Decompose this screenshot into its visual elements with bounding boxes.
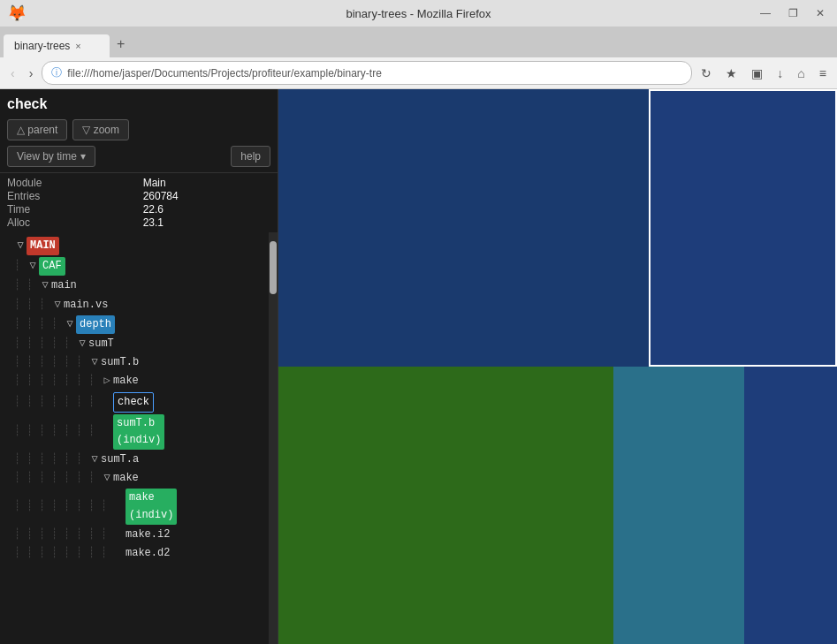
- treemap-panel: [278, 89, 837, 644]
- toggle-sumtb[interactable]: ▽: [88, 354, 101, 371]
- tree-node-sumtb-indiv[interactable]: ┊ ┊ ┊ ┊ ┊ ┊ ┊ sumT.b(indiv): [0, 413, 269, 451]
- reload-button[interactable]: ↻: [696, 63, 717, 84]
- label-mainvs[interactable]: main.vs: [64, 297, 108, 314]
- tab-close-button[interactable]: ×: [75, 41, 80, 51]
- view-by-button[interactable]: View by time ▾: [7, 146, 95, 167]
- tree-node-depth[interactable]: ┊ ┊ ┊ ┊ ▽ depth: [0, 314, 269, 335]
- main-content: check △ parent ▽ zoom View by time ▾ hel…: [0, 89, 837, 644]
- tree-node-make-indiv[interactable]: ┊ ┊ ┊ ┊ ┊ ┊ ┊ ┊ make(indiv): [0, 488, 269, 525]
- treemap-cell-top-right[interactable]: [649, 89, 837, 367]
- button-row-1: △ parent ▽ zoom: [7, 119, 270, 140]
- alloc-label: Alloc: [7, 216, 134, 229]
- label-make[interactable]: make: [113, 373, 139, 390]
- toggle-caf[interactable]: ▽: [27, 258, 39, 275]
- time-value: 22.6: [143, 203, 270, 216]
- time-label: Time: [7, 203, 134, 216]
- nav-bar: ‹ › ⓘ file:///home/jasper/Documents/Proj…: [0, 57, 837, 89]
- new-tab-button[interactable]: +: [110, 31, 132, 57]
- firefox-icon: 🦊: [7, 4, 27, 23]
- tree-node-sumtb[interactable]: ┊ ┊ ┊ ┊ ┊ ┊ ▽ sumT.b: [0, 353, 269, 372]
- tree-area: ▽ MAIN ┊ ▽ CAF ┊ ┊ ▽ main: [0, 232, 278, 644]
- label-make-i2[interactable]: make.i2: [126, 527, 170, 543]
- toggle-mainvs[interactable]: ▽: [51, 297, 64, 314]
- treemap-top-row: [278, 89, 837, 367]
- maximize-button[interactable]: ❐: [783, 7, 803, 19]
- scrollbar-thumb[interactable]: [270, 241, 277, 294]
- tab-label: binary-trees: [14, 40, 70, 52]
- tree-node-mainvs[interactable]: ┊ ┊ ┊ ▽ main.vs: [0, 296, 269, 314]
- window-controls: — ❐ ✕: [755, 7, 830, 19]
- view-by-arrow-icon: ▾: [80, 150, 86, 163]
- info-grid: Module Main Entries 260784 Time 22.6 All…: [0, 173, 278, 232]
- tree-node-caf[interactable]: ┊ ▽ CAF: [0, 256, 269, 277]
- label-sumta[interactable]: sumT.a: [101, 451, 139, 468]
- module-label: Module: [7, 177, 134, 189]
- download-button[interactable]: ↓: [772, 63, 788, 84]
- tree-node-main2[interactable]: ┊ ┊ ▽ main: [0, 277, 269, 295]
- toggle-depth[interactable]: ▽: [64, 316, 76, 333]
- tree-node-sumt[interactable]: ┊ ┊ ┊ ┊ ┊ ▽ sumT: [0, 335, 269, 353]
- tree-node-check[interactable]: ┊ ┊ ┊ ┊ ┊ ┊ ┊ check: [0, 391, 269, 413]
- label-check[interactable]: check: [113, 392, 154, 413]
- browser-tab[interactable]: binary-trees ×: [4, 34, 110, 57]
- left-panel: check △ parent ▽ zoom View by time ▾ hel…: [0, 89, 278, 644]
- toggle-make2[interactable]: ▽: [101, 470, 113, 487]
- window-title: binary-trees - Mozilla Firefox: [346, 7, 491, 20]
- screenshot-button[interactable]: ▣: [746, 63, 768, 84]
- forward-button[interactable]: ›: [24, 63, 39, 84]
- label-depth[interactable]: depth: [76, 315, 115, 334]
- treemap-cell-bottom-center[interactable]: [613, 367, 743, 644]
- treemap-cell-bottom-left[interactable]: [278, 367, 613, 644]
- parent-button[interactable]: △ parent: [7, 119, 67, 140]
- treemap-bottom-row: [278, 367, 837, 644]
- zoom-button[interactable]: ▽ zoom: [72, 119, 129, 140]
- label-make2[interactable]: make: [113, 470, 139, 487]
- entries-label: Entries: [7, 190, 134, 202]
- tab-bar: binary-trees × +: [0, 27, 837, 57]
- entries-value: 260784: [143, 190, 270, 202]
- tree-panel[interactable]: ▽ MAIN ┊ ▽ CAF ┊ ┊ ▽ main: [0, 232, 269, 644]
- button-row-2: View by time ▾ help: [7, 146, 270, 167]
- bookmark-button[interactable]: ★: [720, 63, 742, 84]
- toggle-sumt[interactable]: ▽: [76, 336, 88, 352]
- tree-node-sumta[interactable]: ┊ ┊ ┊ ┊ ┊ ┊ ▽ sumT.a: [0, 451, 269, 469]
- browser-window: 🦊 binary-trees - Mozilla Firefox — ❐ ✕ b…: [0, 0, 837, 89]
- tree-node-main[interactable]: ▽ MAIN: [0, 236, 269, 256]
- help-button[interactable]: help: [231, 146, 270, 167]
- tree-node-make-i2[interactable]: ┊ ┊ ┊ ┊ ┊ ┊ ┊ ┊ make.i2: [0, 526, 269, 544]
- back-button[interactable]: ‹: [5, 63, 20, 84]
- toggle-sumta[interactable]: ▽: [88, 451, 101, 468]
- label-make-indiv[interactable]: make(indiv): [126, 489, 177, 524]
- toggle-main[interactable]: ▽: [14, 238, 27, 254]
- view-by-label: View by time: [17, 150, 77, 163]
- module-value: Main: [143, 177, 270, 189]
- label-caf[interactable]: CAF: [39, 257, 65, 276]
- menu-button[interactable]: ≡: [814, 63, 832, 84]
- title-bar: 🦊 binary-trees - Mozilla Firefox — ❐ ✕: [0, 0, 837, 27]
- minimize-button[interactable]: —: [755, 7, 776, 19]
- tree-node-make-d2[interactable]: ┊ ┊ ┊ ┊ ┊ ┊ ┊ ┊ make.d2: [0, 544, 269, 563]
- alloc-value: 23.1: [143, 216, 270, 229]
- label-main[interactable]: MAIN: [27, 237, 59, 255]
- info-icon: ⓘ: [51, 65, 62, 80]
- tree-scrollbar[interactable]: [269, 232, 278, 644]
- close-button[interactable]: ✕: [810, 7, 830, 19]
- label-sumtb[interactable]: sumT.b: [101, 354, 139, 371]
- treemap-cell-top-left[interactable]: [278, 89, 649, 367]
- panel-title: check: [7, 96, 270, 112]
- url-text: file:///home/jasper/Documents/Projects/p…: [67, 67, 381, 80]
- label-sumtb-indiv[interactable]: sumT.b(indiv): [113, 414, 164, 450]
- toggle-main2[interactable]: ▽: [39, 277, 51, 294]
- treemap-cell-bottom-right[interactable]: [744, 367, 837, 644]
- panel-header: check △ parent ▽ zoom View by time ▾ hel…: [0, 89, 278, 173]
- url-bar[interactable]: ⓘ file:///home/jasper/Documents/Projects…: [42, 61, 692, 85]
- label-main2[interactable]: main: [51, 277, 77, 294]
- home-button[interactable]: ⌂: [792, 63, 810, 84]
- indent-1b: ┊: [14, 258, 27, 275]
- tree-node-make2[interactable]: ┊ ┊ ┊ ┊ ┊ ┊ ┊ ▽ make: [0, 469, 269, 488]
- tree-node-make[interactable]: ┊ ┊ ┊ ┊ ┊ ┊ ┊ ▷ make: [0, 372, 269, 390]
- label-make-d2[interactable]: make.d2: [126, 545, 170, 562]
- toggle-make[interactable]: ▷: [101, 373, 113, 390]
- label-sumt[interactable]: sumT: [88, 336, 114, 352]
